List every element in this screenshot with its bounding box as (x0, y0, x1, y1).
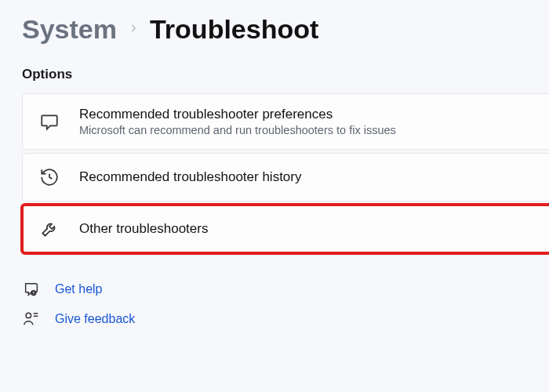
wrench-icon (38, 218, 60, 240)
card-title: Recommended troubleshooter history (79, 169, 301, 185)
get-help-link[interactable]: Get help (55, 282, 102, 296)
section-label: Options (22, 67, 549, 82)
breadcrumb: System Troubleshoot (22, 14, 549, 45)
chat-icon (38, 111, 60, 132)
give-feedback-link[interactable]: Give feedback (55, 312, 135, 326)
feedback-icon (22, 310, 41, 328)
svg-text:?: ? (32, 291, 35, 296)
card-subtitle: Microsoft can recommend and run troubles… (79, 124, 396, 136)
breadcrumb-parent[interactable]: System (22, 14, 117, 45)
card-preferences[interactable]: Recommended troubleshooter preferences M… (22, 93, 549, 150)
chevron-right-icon (128, 21, 139, 38)
svg-point-2 (26, 313, 31, 318)
card-title: Other troubleshooters (79, 221, 208, 237)
help-link-row: ? Get help (22, 280, 549, 299)
help-icon: ? (22, 280, 41, 299)
card-history[interactable]: Recommended troubleshooter history (22, 153, 549, 201)
history-icon (38, 166, 60, 188)
page-title: Troubleshoot (150, 14, 318, 45)
card-title: Recommended troubleshooter preferences (79, 107, 396, 122)
feedback-link-row: Give feedback (22, 310, 549, 328)
card-other-troubleshooters[interactable]: Other troubleshooters (22, 205, 549, 253)
